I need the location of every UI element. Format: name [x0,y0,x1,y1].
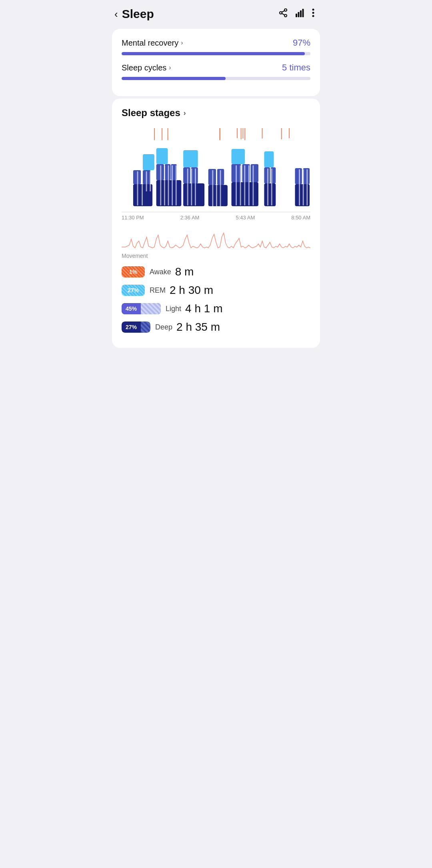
stage-item-light: 45% Light 4 h 1 m [122,302,310,315]
sleep-chart-container: 11:30 PM 2:36 AM 5:43 AM 8:50 AM Movemen… [122,124,310,259]
svg-rect-30 [150,171,151,191]
awake-duration: 8 m [175,265,194,278]
awake-badge: 1% [122,266,145,277]
signal-icon[interactable] [295,8,305,20]
rem-percent: 27% [128,287,139,293]
deep-duration: 2 h 35 m [176,321,220,334]
rem-badge: 27% [122,285,145,296]
svg-rect-36 [160,165,161,205]
movement-chart [122,227,310,251]
svg-rect-27 [137,171,138,205]
stage-item-rem: 27% REM 2 h 30 m [122,284,310,297]
time-label-4: 8:50 AM [291,215,310,221]
header-icons [278,8,314,20]
svg-rect-33 [165,164,170,180]
svg-rect-59 [236,165,237,205]
back-button[interactable]: ‹ [114,8,118,20]
light-info: Light 4 h 1 m [166,302,222,315]
light-duration: 4 h 1 m [185,302,222,315]
time-labels: 11:30 PM 2:36 AM 5:43 AM 8:50 AM [122,212,310,227]
svg-rect-44 [183,150,198,167]
svg-rect-71 [295,168,302,184]
svg-rect-28 [142,171,143,205]
app-header: ‹ Sleep [108,0,324,26]
svg-point-10 [312,12,314,14]
light-label: Light [166,305,181,313]
rem-duration: 2 h 30 m [170,284,213,297]
svg-rect-6 [298,12,300,17]
svg-rect-42 [183,167,190,183]
svg-rect-60 [240,165,241,205]
mental-recovery-value: 97% [293,38,310,48]
svg-line-4 [282,11,285,12]
svg-point-9 [312,9,314,11]
time-label-3: 5:43 AM [236,215,255,221]
sleep-cycles-label: Sleep cycles › [122,63,171,72]
svg-rect-26 [143,154,154,170]
svg-rect-53 [220,170,221,206]
svg-rect-75 [306,169,308,205]
svg-line-3 [282,14,285,15]
svg-rect-51 [212,170,213,206]
svg-rect-74 [303,169,304,205]
sleep-chart [122,124,310,212]
metrics-card: Mental recovery › 97% Sleep cycles › 5 t… [112,29,320,96]
time-label-2: 2:36 AM [180,215,200,221]
svg-rect-46 [191,169,192,205]
page-title: Sleep [122,7,278,21]
sleep-cycles-value: 5 times [282,62,310,73]
svg-rect-40 [176,165,177,205]
svg-rect-62 [248,165,250,205]
rem-label: REM [150,286,166,295]
stage-item-awake: 1% Awake 8 m [122,265,310,278]
svg-rect-63 [253,165,254,205]
svg-rect-7 [300,10,302,17]
svg-rect-45 [187,169,188,205]
svg-rect-37 [164,165,165,205]
sleep-stages-title[interactable]: Sleep stages › [122,107,310,119]
svg-rect-29 [146,171,147,191]
svg-point-11 [312,15,314,17]
svg-rect-57 [251,164,258,182]
light-percent: 45% [122,303,141,314]
svg-rect-64 [264,183,276,206]
svg-rect-65 [264,167,270,183]
svg-rect-8 [302,9,304,17]
awake-percent: 1% [129,269,137,275]
awake-label: Awake [150,268,171,276]
mental-recovery-progress-bg [122,52,310,55]
sleep-cycles-row[interactable]: Sleep cycles › 5 times [122,62,310,73]
mental-recovery-progress-fill [122,52,305,55]
mental-recovery-label: Mental recovery › [122,38,183,48]
deep-label: Deep [155,323,172,332]
svg-rect-67 [264,151,274,167]
movement-label: Movement [122,253,310,259]
svg-rect-5 [296,14,297,17]
mental-recovery-row[interactable]: Mental recovery › 97% [122,38,310,48]
sleep-cycles-progress-bg [122,77,310,80]
mental-recovery-chevron: › [181,39,183,46]
svg-rect-61 [244,165,245,205]
svg-rect-48 [208,185,228,206]
share-icon[interactable] [278,8,288,20]
time-label-1: 11:30 PM [122,215,144,221]
deep-hatch [141,321,150,333]
svg-rect-58 [232,149,245,164]
sleep-stages-card: Sleep stages › [112,98,320,348]
svg-rect-38 [168,165,169,205]
deep-percent: 27% [122,321,141,333]
sleep-stages-chevron: › [184,109,186,117]
light-badge: 45% [122,303,161,314]
svg-rect-39 [172,165,173,205]
svg-rect-24 [133,170,141,184]
svg-rect-47 [195,169,196,205]
deep-info: Deep 2 h 35 m [155,321,220,334]
svg-rect-35 [156,148,168,164]
sleep-cycles-chevron: › [169,64,171,71]
deep-badge: 27% [122,321,150,333]
svg-rect-68 [267,169,268,205]
svg-rect-69 [271,169,272,205]
svg-rect-73 [299,169,300,205]
svg-rect-41 [183,183,204,206]
more-options-icon[interactable] [312,8,314,20]
